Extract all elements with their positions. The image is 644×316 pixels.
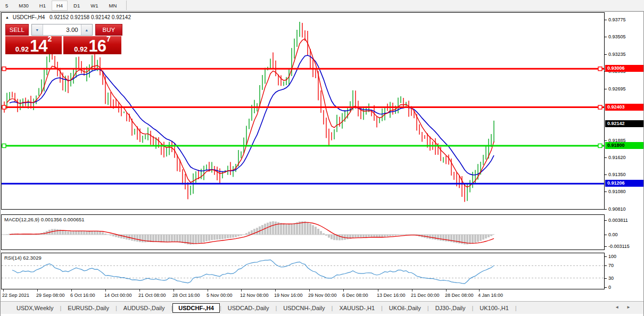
time-tick — [309, 289, 310, 292]
chart-tab-eurusd-daily[interactable]: EURUSD-,Daily — [61, 303, 115, 313]
toolbar-separator — [126, 1, 127, 10]
time-tick — [241, 289, 242, 292]
chart-tab-audusd-daily[interactable]: AUDUSD-,Daily — [117, 303, 171, 313]
time-label: 12 Nov 08:00 — [240, 293, 269, 298]
ask-price-base: 0.92 — [74, 45, 87, 53]
timeframe-button-w1[interactable]: W1 — [86, 1, 103, 11]
time-tick — [412, 289, 412, 292]
ask-price-big: 16 — [89, 39, 106, 53]
time-tick — [275, 289, 276, 292]
time-label: 4 Jan 16:00 — [478, 293, 503, 298]
chart-tab-usdx-weekly[interactable]: USDX,Weekly — [10, 303, 60, 313]
time-label: 28 Oct 16:00 — [172, 293, 200, 298]
chart-tab-usdchf-h4[interactable]: USDCHF-,H4 — [172, 303, 220, 313]
time-label: 19 Nov 16:00 — [274, 293, 303, 298]
timeframe-button-mn[interactable]: MN — [104, 1, 122, 11]
tab-scroll-arrows: ◄► — [615, 305, 638, 310]
time-tick — [105, 289, 106, 292]
chart-tab-xauusd-h1[interactable]: XAUUSD-,H1 — [333, 303, 381, 313]
time-label: 13 Dec 16:00 — [377, 293, 406, 298]
chart-tab-usdcad-daily[interactable]: USDCAD-,Daily — [221, 303, 276, 313]
level-handle-marker[interactable] — [598, 67, 602, 71]
time-label: 6 Oct 16:00 — [70, 293, 95, 298]
time-tick — [378, 289, 378, 292]
time-label: 21 Oct 08:00 — [138, 293, 166, 298]
time-label: 29 Nov 00:00 — [308, 293, 337, 298]
chart-tab-uk100-h1[interactable]: UK100-,H1 — [473, 303, 515, 313]
timeframe-button-5[interactable]: 5 — [1, 1, 13, 11]
time-tick — [174, 289, 174, 292]
level-handle-marker[interactable] — [598, 144, 602, 148]
collapse-triangle-icon: ▲ — [5, 15, 9, 19]
time-tick — [71, 289, 72, 292]
sell-button[interactable]: SELL — [5, 24, 29, 36]
time-tick — [343, 289, 344, 292]
ask-price-sup: 7 — [106, 31, 111, 47]
chart-tab-bar: USDX,Weekly|EURUSD-,Daily|AUDUSD-,Daily|… — [1, 301, 643, 314]
rsi-panel-border — [2, 253, 605, 289]
bid-price-sup: 2 — [48, 31, 52, 47]
bid-price-base: 0.92 — [15, 45, 29, 53]
bid-price-big: 14 — [30, 39, 47, 53]
macd-indicator-panel[interactable] — [1, 214, 605, 250]
volume-decrease-icon[interactable]: ▼ — [32, 24, 43, 35]
timeframe-toolbar: 5M30H1H4D1W1MN — [0, 0, 644, 11]
volume-stepper: ▼ 3.00 ▲ — [31, 24, 93, 36]
time-label: 21 Dec 00:00 — [411, 293, 440, 298]
tab-scroll-right-icon[interactable]: ► — [626, 305, 638, 310]
level-handle-marker[interactable] — [2, 144, 6, 148]
rsi-indicator-panel[interactable] — [1, 253, 605, 289]
chart-tab-usdcnh-daily[interactable]: USDCNH-,Daily — [277, 303, 331, 313]
ask-price-box[interactable]: 0.92 16 7 — [63, 36, 121, 54]
time-label: 5 Nov 00:00 — [207, 293, 233, 298]
rsi-label: RSI(14) 62.3029 — [4, 255, 42, 261]
chart-tab-dj30-daily[interactable]: DJ30-,Daily — [429, 303, 472, 313]
tab-separator: | — [515, 305, 517, 311]
timeframe-button-d1[interactable]: D1 — [69, 1, 85, 11]
one-click-trade-panel: SELL ▼ 3.00 ▲ BUY 0.92 14 2 0.92 16 7 — [5, 24, 122, 54]
macd-label: MACD(12,26,9) 0.001356 0.000651 — [4, 217, 85, 222]
time-tick — [446, 289, 447, 292]
volume-increase-icon[interactable]: ▲ — [81, 24, 92, 35]
timeframe-button-h4[interactable]: H4 — [52, 1, 68, 11]
time-tick — [37, 289, 38, 292]
level-handle-marker[interactable] — [2, 105, 6, 109]
tab-scroll-left-icon[interactable]: ◄ — [615, 305, 626, 310]
time-label: 28 Dec 08:00 — [445, 293, 474, 298]
time-label: 6 Dec 08:00 — [342, 293, 368, 298]
timeframe-button-h1[interactable]: H1 — [35, 1, 51, 11]
time-label: 22 Sep 2021 — [2, 293, 29, 298]
symbol-period-label: USDCHF-,H4 — [13, 14, 45, 20]
time-tick — [208, 289, 208, 292]
level-handle-marker[interactable] — [2, 67, 6, 71]
time-label: 29 Sep 08:00 — [36, 293, 65, 298]
ohlc-values: 0.92152 0.92158 0.92142 0.92142 — [49, 14, 131, 20]
chart-tab-ukoil-daily[interactable]: UKOil-,Daily — [383, 303, 427, 313]
level-handle-marker[interactable] — [598, 105, 602, 109]
chart-title: ▲ USDCHF-,H4 0.92152 0.92158 0.92142 0.9… — [5, 14, 131, 20]
time-tick — [139, 289, 140, 292]
timeframe-button-m30[interactable]: M30 — [14, 1, 33, 11]
bid-price-box[interactable]: 0.92 14 2 — [5, 36, 62, 54]
time-axis: 22 Sep 202129 Sep 08:006 Oct 16:0014 Oct… — [1, 289, 605, 301]
time-label: 14 Oct 00:00 — [104, 293, 132, 298]
time-tick — [479, 289, 480, 292]
time-tick — [3, 289, 4, 292]
